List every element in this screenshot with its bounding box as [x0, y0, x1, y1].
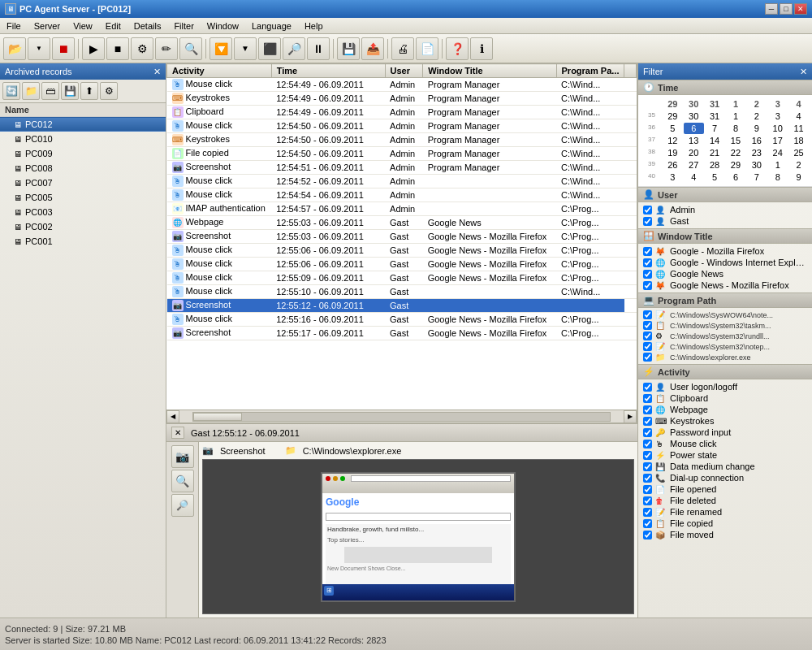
toolbar-save-btn[interactable]: 💾	[337, 37, 360, 60]
filter-act-filedel-checkbox[interactable]	[643, 496, 652, 505]
scroll-left-btn[interactable]: ◀	[166, 410, 179, 423]
filter-prog-rundll-checkbox[interactable]	[643, 332, 652, 340]
filter-act-filedel[interactable]: 🗑 File deleted	[640, 495, 810, 506]
table-row[interactable]: 🖱 Mouse click 12:54:50 - 06.09.2011 Admi…	[167, 119, 637, 133]
filter-prog-task-checkbox[interactable]	[643, 321, 652, 330]
table-row[interactable]: 📄 File copied 12:54:50 - 06.09.2011 Admi…	[167, 147, 637, 161]
filter-user-admin-checkbox[interactable]	[643, 206, 652, 214]
filter-act-filerename[interactable]: 📝 File renamed	[640, 506, 810, 518]
filter-act-power-checkbox[interactable]	[643, 451, 652, 460]
table-row[interactable]: 📷 Screenshot 12:55:17 - 06.09.2011 Gast …	[167, 327, 637, 340]
cal-11[interactable]: 11	[788, 123, 809, 134]
scroll-right-btn[interactable]: ▶	[624, 410, 637, 423]
filter-act-datamed[interactable]: 💾 Data medium change	[640, 461, 810, 472]
cal-22[interactable]: 22	[726, 147, 746, 158]
filter-window-gn[interactable]: 🌐 Google News	[640, 268, 810, 280]
col-header-program[interactable]: Program Pa...	[556, 64, 624, 78]
sidebar-item-pc012[interactable]: 🖥 PC012	[0, 117, 166, 132]
filter-window-gn-checkbox[interactable]	[643, 270, 652, 279]
sidebar-folder-btn[interactable]: 📁	[22, 82, 40, 100]
filter-prog-note-checkbox[interactable]	[643, 310, 652, 319]
sidebar-close-icon[interactable]: ✕	[153, 67, 161, 77]
toolbar-search-btn[interactable]: 🔍	[179, 37, 202, 60]
cal-3[interactable]: 3	[767, 110, 788, 122]
toolbar-play-btn[interactable]: ▶	[82, 37, 105, 60]
minimize-button[interactable]: ─	[765, 3, 778, 15]
table-row[interactable]: 🖱 Mouse click 12:54:49 - 06.09.2011 Admi…	[167, 78, 637, 92]
filter-prog-note[interactable]: 📝 C:\Windows\SysWOW64\note...	[640, 310, 810, 320]
cal-5[interactable]: 5	[663, 123, 683, 134]
detail-zoom-out-btn[interactable]: 🔎	[171, 494, 194, 517]
toolbar-dropdown-btn[interactable]: ▼	[28, 37, 50, 60]
cal-7b[interactable]: 7	[746, 171, 767, 183]
filter-prog-explorer[interactable]: 📁 C:\Windows\explorer.exe	[640, 352, 810, 362]
cal-4b[interactable]: 4	[684, 171, 704, 183]
toolbar-about-btn[interactable]: ℹ	[470, 37, 493, 60]
table-row[interactable]: 📷 Screenshot 12:55:03 - 06.09.2011 Gast …	[167, 230, 637, 244]
filter-act-filerename-checkbox[interactable]	[643, 508, 652, 517]
cal-19[interactable]: 19	[663, 147, 683, 158]
cal-7[interactable]: 7	[705, 123, 725, 134]
table-row[interactable]: ⌨ Keystrokes 12:54:50 - 06.09.2011 Admin…	[167, 133, 637, 147]
table-row[interactable]: 🖱 Mouse click 12:54:52 - 06.09.2011 Admi…	[167, 175, 637, 188]
close-button[interactable]: ✕	[794, 3, 807, 15]
filter-act-filecopy-checkbox[interactable]	[643, 519, 652, 528]
toolbar-stop2-btn[interactable]: ■	[106, 37, 129, 60]
toolbar-settings-btn[interactable]: ⚙	[131, 37, 153, 60]
cal-9[interactable]: 9	[746, 123, 767, 134]
table-row[interactable]: 🌐 Webpage 12:55:03 - 06.09.2011 Gast Goo…	[167, 216, 637, 230]
filter-prog-explorer-checkbox[interactable]	[643, 353, 652, 362]
menu-window[interactable]: Window	[201, 18, 245, 33]
menu-language[interactable]: Language	[245, 18, 298, 33]
cal-5b[interactable]: 5	[705, 171, 725, 183]
filter-act-logon[interactable]: 👤 User logon/logoff	[640, 381, 810, 392]
sidebar-item-pc005[interactable]: 🖥 PC005	[0, 190, 166, 205]
filter-act-power[interactable]: ⚡ Power state	[640, 449, 810, 461]
filter-user-gast-checkbox[interactable]	[643, 217, 652, 226]
filter-prog-notep-checkbox[interactable]	[643, 342, 652, 351]
toolbar-edit-btn[interactable]: ✏	[155, 37, 178, 60]
filter-user-admin[interactable]: 👤 Admin	[640, 204, 810, 215]
filter-act-webpage-checkbox[interactable]	[643, 405, 652, 414]
toolbar-filter-btn[interactable]: 🔽	[209, 37, 232, 60]
cal-27[interactable]: 27	[684, 159, 704, 171]
toolbar-open-btn[interactable]: 📂	[3, 37, 26, 60]
toolbar-filter2-btn[interactable]: ▼	[234, 37, 257, 60]
cal-30b[interactable]: 30	[746, 159, 767, 171]
filter-act-filecopy[interactable]: 📋 File copied	[640, 518, 810, 529]
menu-help[interactable]: Help	[298, 18, 330, 33]
cal-9b[interactable]: 9	[788, 171, 809, 183]
cal-20[interactable]: 20	[684, 147, 704, 158]
scroll-track[interactable]	[192, 412, 611, 422]
sidebar-save-btn[interactable]: 💾	[61, 82, 79, 100]
menu-details[interactable]: Details	[127, 18, 168, 33]
cal-8b[interactable]: 8	[767, 171, 788, 183]
cal-31[interactable]: 31	[705, 110, 725, 122]
cal-29b[interactable]: 29	[726, 159, 746, 171]
filter-prog-notep[interactable]: 📝 C:\Windows\System32\notep...	[640, 341, 810, 352]
filter-close-icon[interactable]: ✕	[800, 67, 807, 77]
sidebar-refresh-btn[interactable]: 🔄	[2, 82, 20, 100]
filter-act-mouse-checkbox[interactable]	[643, 440, 652, 448]
table-row[interactable]: 🖱 Mouse click 12:54:54 - 06.09.2011 Admi…	[167, 188, 637, 202]
filter-act-password[interactable]: 🔑 Password input	[640, 427, 810, 438]
sidebar-upload-btn[interactable]: ⬆	[80, 82, 98, 100]
toolbar-export-btn[interactable]: 📤	[361, 37, 384, 60]
sidebar-settings-btn[interactable]: ⚙	[100, 82, 118, 100]
filter-act-mouse[interactable]: 🖱 Mouse click	[640, 438, 810, 449]
cal-3b[interactable]: 3	[663, 171, 683, 183]
table-row[interactable]: 🖱 Mouse click 12:55:16 - 06.09.2011 Gast…	[167, 313, 637, 327]
cal-26[interactable]: 26	[663, 159, 683, 171]
sidebar-item-pc001[interactable]: 🖥 PC001	[0, 234, 166, 249]
filter-act-clipboard[interactable]: 📋 Clipboard	[640, 392, 810, 404]
filter-act-clipboard-checkbox[interactable]	[643, 394, 652, 403]
table-row[interactable]: 🖱 Mouse click 12:55:09 - 06.09.2011 Gast…	[167, 271, 637, 285]
sidebar-item-pc007[interactable]: 🖥 PC007	[0, 176, 166, 190]
filter-act-keystrokes[interactable]: ⌨ Keystrokes	[640, 415, 810, 427]
cal-25[interactable]: 25	[788, 147, 809, 158]
table-row[interactable]: 🖱 Mouse click 12:55:06 - 06.09.2011 Gast…	[167, 244, 637, 258]
filter-window-ie[interactable]: 🌐 Google - Windows Internet Explor...	[640, 257, 810, 268]
menu-server[interactable]: Server	[28, 18, 67, 33]
cal-6b[interactable]: 6	[726, 171, 746, 183]
detail-screenshot-btn[interactable]: 📷	[171, 445, 194, 468]
